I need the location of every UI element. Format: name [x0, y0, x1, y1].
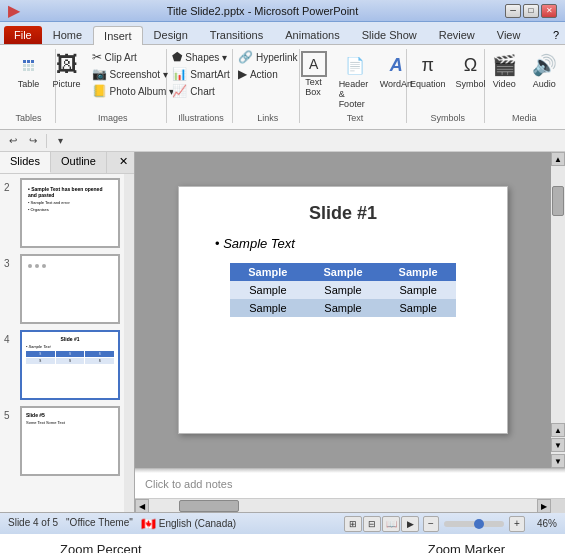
scroll-right-button[interactable]: ▶ — [537, 499, 551, 513]
scroll-next-slide[interactable]: ▼ — [551, 438, 565, 452]
slide-thumb-3[interactable]: 3 — [4, 254, 120, 324]
zoom-percent[interactable]: 46% — [527, 518, 557, 529]
tab-review[interactable]: Review — [428, 25, 486, 44]
panel-close-button[interactable]: ✕ — [113, 152, 134, 173]
clip-art-button[interactable]: ✂ Clip Art — [88, 49, 178, 65]
tab-slide-show[interactable]: Slide Show — [351, 25, 428, 44]
tables-items: Table — [10, 49, 48, 111]
zoom-in-button[interactable]: + — [509, 516, 525, 532]
slide-thumb-5[interactable]: 5 Slide #5 Some Text Some Text — [4, 406, 120, 476]
toolbar-separator — [46, 134, 47, 148]
chart-button[interactable]: 📈 Chart — [168, 83, 233, 99]
reading-view-button[interactable]: 📖 — [382, 516, 400, 532]
picture-label: Picture — [53, 79, 81, 89]
shapes-button[interactable]: ⬟ Shapes ▾ — [168, 49, 233, 65]
slide-4-bullet: • Sample Text — [26, 344, 114, 349]
scroll-thumb-v[interactable] — [552, 186, 564, 216]
cell-2-3: Sample — [381, 299, 456, 317]
grid-cell — [23, 64, 26, 67]
normal-view-button[interactable]: ⊞ — [344, 516, 362, 532]
horizontal-scrollbar[interactable]: ◀ ▶ — [135, 498, 565, 512]
tab-insert[interactable]: Insert — [93, 26, 143, 45]
group-images: 🖼 Picture ✂ Clip Art 📷 Screenshot ▾ — [64, 49, 167, 123]
equation-button[interactable]: π Equation — [406, 49, 450, 91]
notes-resize-handle[interactable] — [135, 469, 565, 473]
slide-4-cell: S — [56, 358, 85, 364]
close-button[interactable]: ✕ — [541, 4, 557, 18]
notes-placeholder[interactable]: Click to add notes — [145, 478, 232, 490]
video-button[interactable]: 🎬 Video — [485, 49, 523, 91]
undo-button[interactable]: ↩ — [4, 132, 22, 150]
tab-animations[interactable]: Animations — [274, 25, 350, 44]
equation-label: Equation — [410, 79, 446, 89]
zoom-slider-thumb[interactable] — [474, 519, 484, 529]
scroll-track-h[interactable] — [149, 499, 537, 512]
smartart-button[interactable]: 📊 SmartArt — [168, 66, 233, 82]
scroll-track-v[interactable] — [551, 166, 565, 421]
scroll-left-button[interactable]: ◀ — [135, 499, 149, 513]
scroll-up-button[interactable]: ▲ — [551, 152, 565, 166]
tab-outline[interactable]: Outline — [51, 152, 107, 173]
grid-cell — [31, 60, 34, 63]
minimize-button[interactable]: ─ — [505, 4, 521, 18]
slide-bullet: Sample Text — [215, 236, 491, 251]
symbol-button[interactable]: Ω Symbol — [452, 49, 490, 91]
table-icon — [15, 51, 43, 79]
canvas-area[interactable]: Slide #1 Sample Text Sample Sample Sampl… — [135, 152, 551, 468]
panel-scrollbar[interactable] — [124, 174, 134, 512]
hyperlink-button[interactable]: 🔗 Hyperlink — [234, 49, 302, 65]
slide-list[interactable]: 2 • Sample Text has been opened and past… — [0, 174, 124, 512]
scroll-thumb-h[interactable] — [179, 500, 239, 512]
images-left: 🖼 Picture ✂ Clip Art 📷 Screenshot ▾ — [48, 49, 178, 99]
tab-transitions[interactable]: Transitions — [199, 25, 274, 44]
slide-preview-2[interactable]: • Sample Text has been opened and pasted… — [20, 178, 120, 248]
slide-num-4: 4 — [4, 330, 16, 345]
toolbar-more-button[interactable]: ▾ — [51, 132, 69, 150]
table-header-row: Sample Sample Sample — [230, 263, 455, 281]
scroll-prev-slide[interactable]: ▲ — [551, 423, 565, 437]
slide-5-text: Some Text Some Text — [26, 420, 114, 425]
slide-preview-4[interactable]: Slide #1 • Sample Text S S S S S S — [20, 330, 120, 400]
photo-album-button[interactable]: 📒 Photo Album ▾ — [88, 83, 178, 99]
vertical-scrollbar[interactable]: ▲ ▲ ▼ ▼ — [551, 152, 565, 468]
chart-icon: 📈 — [172, 84, 187, 98]
tab-view[interactable]: View — [486, 25, 532, 44]
theme-info: "Office Theme" — [66, 517, 133, 531]
photo-album-icon: 📒 — [92, 84, 107, 98]
picture-button[interactable]: 🖼 Picture — [48, 49, 86, 99]
screenshot-button[interactable]: 📷 Screenshot ▾ — [88, 66, 178, 82]
tab-design[interactable]: Design — [143, 25, 199, 44]
scroll-down-button[interactable]: ▼ — [551, 454, 565, 468]
zoom-marker-annotation: Zoom Marker — [428, 542, 505, 553]
tab-slides[interactable]: Slides — [0, 152, 51, 173]
slide-thumb-2[interactable]: 2 • Sample Text has been opened and past… — [4, 178, 120, 248]
notes-area[interactable]: Click to add notes — [135, 468, 565, 498]
group-text: A TextBox 📄 Header& Footer A WordArt Tex… — [308, 49, 407, 123]
action-button[interactable]: ▶ Action — [234, 66, 302, 82]
slide-thumb-4[interactable]: 4 Slide #1 • Sample Text S S S S S S — [4, 330, 120, 400]
tab-home[interactable]: Home — [42, 25, 93, 44]
slide-panel: Slides Outline ✕ 2 • Sample Text has bee… — [0, 152, 135, 512]
images-small-btns: ✂ Clip Art 📷 Screenshot ▾ 📒 Photo Album … — [88, 49, 178, 99]
shapes-icon: ⬟ — [172, 50, 182, 64]
redo-button[interactable]: ↪ — [24, 132, 42, 150]
audio-button[interactable]: 🔊 Audio — [525, 49, 563, 91]
tab-file[interactable]: File — [4, 26, 42, 44]
zoom-slider[interactable] — [444, 521, 504, 527]
slide-show-button[interactable]: ▶ — [401, 516, 419, 532]
hyperlink-icon: 🔗 — [238, 50, 253, 64]
main-area: Slides Outline ✕ 2 • Sample Text has bee… — [0, 152, 565, 512]
textbox-button[interactable]: A TextBox — [295, 49, 333, 99]
slide-preview-5[interactable]: Slide #5 Some Text Some Text — [20, 406, 120, 476]
zoom-out-button[interactable]: − — [423, 516, 439, 532]
header-footer-button[interactable]: 📄 Header& Footer — [335, 49, 375, 111]
zoom-marker-label: Zoom Marker — [428, 542, 505, 553]
slide-2-content: • Sample Text has been opened and pasted… — [26, 184, 114, 214]
slide-sorter-button[interactable]: ⊟ — [363, 516, 381, 532]
cell-2-2: Sample — [305, 299, 380, 317]
slide-preview-3[interactable] — [20, 254, 120, 324]
table-button[interactable]: Table — [10, 49, 48, 91]
window-title: Title Slide2.pptx - Microsoft PowerPoint — [20, 5, 505, 17]
maximize-button[interactable]: □ — [523, 4, 539, 18]
help-button[interactable]: ? — [547, 26, 565, 44]
